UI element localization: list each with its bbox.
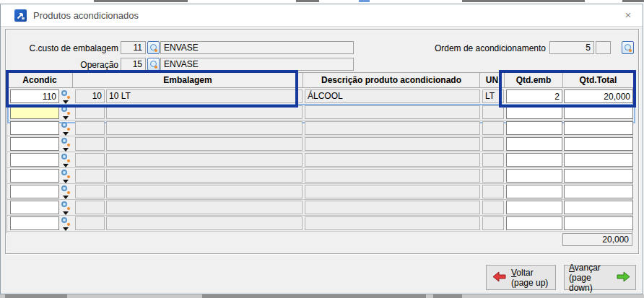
voltar-button[interactable]: Voltar (page up) <box>486 265 556 290</box>
qtdemb-input[interactable] <box>506 137 562 151</box>
embalagem-desc-cell <box>106 153 303 167</box>
search-icon[interactable] <box>61 90 71 100</box>
qtdemb-input[interactable] <box>506 121 562 135</box>
un-cell <box>482 169 504 183</box>
produto-desc-cell <box>305 216 480 230</box>
lens-icon <box>61 106 67 112</box>
background-text-fragment <box>359 0 370 2</box>
qtdtotal-input[interactable] <box>564 169 633 183</box>
acondic-input[interactable] <box>10 216 59 230</box>
qtdemb-input[interactable] <box>506 153 562 167</box>
search-icon[interactable] <box>61 185 71 195</box>
un-cell <box>482 216 504 230</box>
operacao-code-field[interactable]: 15 <box>121 58 146 71</box>
background-fragment <box>5 294 67 298</box>
dropdown-arrow-icon[interactable] <box>63 180 69 183</box>
search-icon[interactable] <box>61 217 71 227</box>
dropdown-arrow-icon[interactable] <box>63 227 69 231</box>
qtdtotal-input[interactable] <box>564 201 633 214</box>
embalagem-code-cell <box>75 105 105 119</box>
lens-icon <box>61 185 67 191</box>
operacao-label: Operação <box>15 59 118 71</box>
qtdtotal-input[interactable] <box>564 153 633 167</box>
acondic-input[interactable] <box>10 153 59 167</box>
col-header-un: UN <box>480 73 505 88</box>
dropdown-arrow-icon[interactable] <box>63 132 69 136</box>
close-icon[interactable]: × <box>619 6 637 24</box>
embalagem-code-cell <box>75 121 105 135</box>
qtdtotal-input[interactable] <box>564 121 633 135</box>
produto-desc-cell <box>305 121 480 135</box>
acondic-input[interactable] <box>10 185 59 198</box>
ordem-value-field[interactable]: 5 <box>549 41 594 54</box>
back-arrow-icon <box>492 271 506 284</box>
produto-desc-cell <box>305 153 480 167</box>
qtdemb-input[interactable] <box>506 216 562 230</box>
ccusto-desc-field: ENVASE <box>160 41 354 54</box>
table-header: Acondic Embalagem Descrição produto acon… <box>7 72 633 88</box>
qtdtotal-input[interactable] <box>564 216 633 230</box>
products-table: Acondic Embalagem Descrição produto acon… <box>6 72 633 233</box>
lens-icon <box>61 170 67 175</box>
dropdown-arrow-icon[interactable] <box>63 100 69 104</box>
dropdown-arrow-icon[interactable] <box>63 211 69 215</box>
table-row <box>7 152 633 168</box>
search-icon[interactable] <box>61 201 71 211</box>
embalagem-desc-cell <box>106 216 303 230</box>
qtdtotal-input[interactable] <box>564 89 633 103</box>
produto-desc-cell <box>305 185 480 198</box>
avancar-button-label: Avançar (page down) <box>569 263 612 293</box>
embalagem-code-cell <box>75 185 105 198</box>
dropdown-arrow-icon[interactable] <box>63 164 69 167</box>
qtdemb-input[interactable] <box>506 169 562 183</box>
acondic-input[interactable] <box>10 169 59 183</box>
background-text-fragment <box>296 0 319 2</box>
qtdemb-input[interactable] <box>506 89 562 103</box>
lens-icon <box>61 122 67 128</box>
search-icon[interactable] <box>61 154 71 163</box>
operacao-desc-field: ENVASE <box>160 58 354 71</box>
ccusto-code-field[interactable]: 11 <box>121 41 146 54</box>
qtdemb-input[interactable] <box>506 185 562 198</box>
embalagem-code-cell <box>75 153 105 167</box>
dropdown-arrow-icon[interactable] <box>63 148 69 152</box>
qtdtotal-input[interactable] <box>564 105 633 119</box>
search-icon[interactable] <box>61 122 71 131</box>
dropdown-arrow-icon[interactable] <box>63 116 69 120</box>
ordem-label: Ordem de acondicionamento <box>427 43 546 54</box>
operacao-search-icon[interactable] <box>147 58 160 71</box>
acondic-input[interactable] <box>10 105 59 119</box>
qtd-total-sum-field: 20,000 <box>562 233 632 246</box>
search-icon[interactable] <box>61 170 71 179</box>
lens-icon <box>61 217 67 223</box>
qtdtotal-input[interactable] <box>564 137 633 151</box>
embalagem-desc-cell <box>106 121 303 135</box>
app-icon <box>14 9 27 22</box>
ccusto-search-icon[interactable] <box>147 41 160 54</box>
embalagem-desc-cell <box>106 185 303 198</box>
table-row <box>7 216 633 232</box>
un-cell <box>482 121 504 135</box>
avancar-button[interactable]: Avançar (page down) <box>564 265 636 290</box>
lens-icon <box>61 90 67 96</box>
ordem-search-icon[interactable] <box>622 41 634 54</box>
qtdemb-input[interactable] <box>506 105 562 119</box>
ccusto-label: C.custo de embalagem <box>15 43 118 54</box>
acondic-input[interactable] <box>10 201 59 214</box>
col-header-embalagem: Embalagem <box>73 73 303 88</box>
qtdtotal-input[interactable] <box>564 185 633 198</box>
background-text-fragment <box>462 0 585 2</box>
search-icon[interactable] <box>61 138 71 147</box>
acondic-input[interactable] <box>10 121 59 135</box>
dropdown-arrow-icon[interactable] <box>63 196 69 199</box>
acondic-input[interactable] <box>10 137 59 151</box>
produto-desc-cell <box>305 169 480 183</box>
table-row <box>7 200 633 216</box>
search-icon[interactable] <box>61 106 71 115</box>
acondic-input[interactable] <box>10 89 59 103</box>
embalagem-code-cell: 10 <box>75 89 105 103</box>
qtdemb-input[interactable] <box>506 201 562 214</box>
ordem-extra-field[interactable] <box>596 41 611 54</box>
un-cell <box>482 105 504 119</box>
title-bar: Produtos acondicionados × <box>1 4 643 27</box>
